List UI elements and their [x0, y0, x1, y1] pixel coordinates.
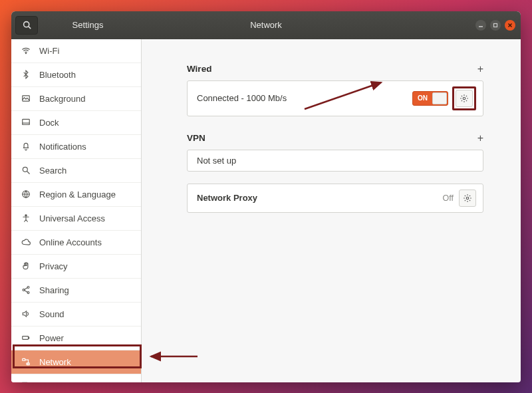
settings-window: Settings Network Wi-FiBluetoothBackgroun… [11, 11, 521, 382]
sidebar-item-label: Sharing [39, 285, 69, 295]
vpn-heading-row: VPN + [187, 132, 483, 144]
wired-toggle[interactable]: ON [412, 91, 448, 106]
sidebar-item-bluetooth[interactable]: Bluetooth [11, 63, 141, 87]
sidebar-item-online-accounts[interactable]: Online Accounts [11, 231, 141, 255]
close-button[interactable] [505, 20, 515, 31]
maximize-button[interactable] [490, 20, 501, 31]
cloud-icon-wrap [21, 237, 31, 247]
svg-rect-19 [23, 336, 29, 340]
titlebar: Settings Network [11, 11, 521, 39]
svg-point-6 [25, 53, 26, 54]
svg-line-11 [27, 172, 30, 174]
globe-icon-wrap [21, 190, 31, 199]
search-button[interactable] [15, 16, 38, 35]
hand-icon [21, 261, 31, 271]
search-icon-wrap [21, 166, 31, 175]
vpn-heading: VPN [187, 133, 205, 143]
devices-icon [21, 381, 31, 382]
gear-icon [460, 94, 469, 103]
svg-point-30 [466, 197, 469, 199]
sidebar-item-privacy[interactable]: Privacy [11, 255, 141, 279]
sidebar-item-label: Notifications [39, 142, 86, 152]
close-icon [507, 23, 513, 28]
proxy-heading: Network Proxy [197, 193, 443, 203]
network-icon [21, 357, 31, 366]
sidebar-item-wi-fi[interactable]: Wi-Fi [11, 39, 141, 63]
wifi-icon-wrap [21, 46, 31, 55]
dock-icon-wrap [21, 118, 31, 127]
wired-heading-row: Wired + [187, 63, 483, 75]
globe-icon [21, 190, 31, 199]
sidebar-item-label: Bluetooth [39, 70, 76, 80]
svg-rect-21 [23, 358, 25, 360]
svg-line-18 [25, 291, 28, 293]
minimize-icon [478, 23, 483, 28]
svg-point-29 [463, 97, 466, 100]
sidebar-item-label: Privacy [39, 261, 68, 271]
sidebar-item-region-language[interactable]: Region & Language [11, 183, 141, 207]
vpn-row: Not set up [187, 150, 483, 172]
sidebar-item-background[interactable]: Background [11, 87, 141, 111]
share-icon-wrap [21, 285, 31, 295]
devices-icon-wrap [21, 381, 31, 382]
hand-icon-wrap [21, 261, 31, 271]
sidebar-item-label: Sound [39, 309, 65, 319]
toggle-knob [432, 92, 447, 104]
sidebar[interactable]: Wi-FiBluetoothBackgroundDockNotification… [11, 39, 142, 382]
cloud-icon [21, 237, 31, 247]
accessibility-icon-wrap [21, 213, 31, 223]
sidebar-item-label: Wi-Fi [39, 46, 59, 56]
sidebar-item-sound[interactable]: Sound [11, 303, 141, 327]
wired-settings-button[interactable] [456, 90, 473, 107]
window-controls [475, 20, 515, 31]
search-icon [21, 166, 31, 175]
sidebar-item-dock[interactable]: Dock [11, 111, 141, 135]
minimize-button[interactable] [475, 20, 486, 31]
speaker-icon [21, 309, 31, 319]
proxy-row: Network Proxy Off [187, 184, 483, 213]
window-body: Wi-FiBluetoothBackgroundDockNotification… [11, 39, 521, 382]
proxy-state: Off [443, 194, 454, 203]
sidebar-item-sharing[interactable]: Sharing [11, 279, 141, 303]
sidebar-item-search[interactable]: Search [11, 159, 141, 183]
gear-icon [463, 194, 472, 203]
search-icon [23, 21, 31, 29]
add-wired-button[interactable]: + [477, 63, 483, 75]
battery-icon-wrap [21, 333, 31, 342]
svg-line-17 [25, 288, 28, 290]
wired-connection-row: Connected - 1000 Mb/s ON [187, 80, 483, 116]
proxy-settings-button[interactable] [459, 190, 476, 207]
sidebar-item-label: Power [39, 333, 64, 343]
sidebar-item-label: Network [39, 357, 71, 367]
accessibility-icon [21, 213, 31, 223]
bell-icon [21, 142, 31, 151]
sidebar-item-universal-access[interactable]: Universal Access [11, 207, 141, 231]
svg-point-13 [25, 215, 27, 216]
bluetooth-icon [21, 70, 31, 79]
sidebar-item-network[interactable]: Network [11, 350, 141, 374]
sidebar-item-power[interactable]: Power [11, 327, 141, 350]
svg-line-1 [28, 27, 30, 29]
speaker-icon-wrap [21, 309, 31, 319]
main-panel: Wired + Connected - 1000 Mb/s ON VPN + [142, 39, 521, 382]
page-title: Network [250, 20, 282, 30]
bell-icon-wrap [21, 142, 31, 151]
bluetooth-icon-wrap [21, 70, 31, 79]
sidebar-item-label: Background [39, 94, 85, 104]
sidebar-item-label: Region & Language [39, 190, 116, 199]
sidebar-item-devices[interactable]: Devices❯ [11, 374, 141, 382]
vpn-status: Not set up [197, 156, 476, 166]
svg-rect-8 [23, 119, 30, 124]
sidebar-item-label: Online Accounts [39, 237, 102, 247]
sidebar-item-label: Dock [39, 118, 59, 128]
maximize-icon [493, 23, 498, 28]
dock-icon [21, 118, 31, 127]
background-icon-wrap [21, 94, 31, 103]
share-icon [21, 285, 31, 295]
sidebar-item-label: Search [39, 166, 66, 176]
add-vpn-button[interactable]: + [477, 132, 483, 144]
svg-point-10 [23, 167, 27, 172]
wired-toggle-label: ON [418, 94, 428, 102]
annotation-highlight-gear [452, 86, 476, 110]
sidebar-item-notifications[interactable]: Notifications [11, 135, 141, 159]
